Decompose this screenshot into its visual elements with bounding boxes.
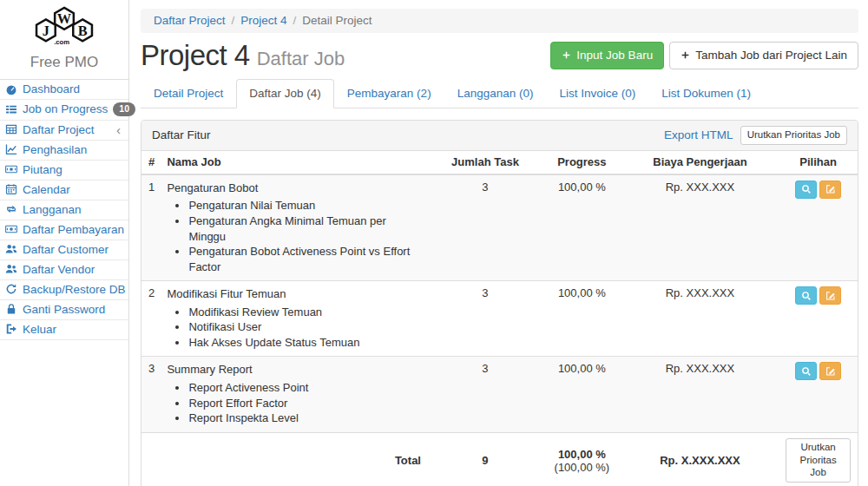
money-icon — [4, 223, 17, 235]
tab-detail-project[interactable]: Detail Project — [141, 79, 236, 108]
logo-letter-b: B — [78, 23, 88, 39]
edit-icon — [825, 366, 836, 377]
refresh-icon — [4, 283, 17, 295]
job-name: Pengaturan Bobot — [167, 181, 421, 196]
plus-icon — [681, 50, 690, 60]
sidebar-item-langganan[interactable]: Langganan — [0, 200, 128, 220]
subtask-list: Report Activeness PointReport Effort Fac… — [167, 380, 421, 426]
task-count: 3 — [428, 357, 542, 432]
tab-list-invoice-0[interactable]: List Invoice (0) — [546, 79, 648, 108]
edit-job-button[interactable] — [819, 181, 841, 199]
cost-value: Rp. XXX.XXX — [621, 357, 779, 432]
job-cell: Modifikasi Fitur Temuan Modifikasi Revie… — [160, 281, 428, 357]
sidebar-item-label: Daftar Vendor — [23, 263, 95, 276]
button-label: Input Job Baru — [576, 48, 653, 63]
panel-title: Daftar Fitur — [152, 128, 211, 141]
sidebar-item-label: Daftar Project — [23, 123, 95, 136]
sidebar-item-label: Dashboard — [23, 82, 80, 95]
task-count: 3 — [428, 174, 542, 281]
job-name: Summary Report — [167, 362, 421, 378]
row-number: 1 — [141, 174, 160, 281]
actions-cell — [779, 174, 858, 281]
edit-job-button[interactable] — [819, 286, 841, 305]
total-label: Total — [160, 432, 428, 486]
brand-name: Free PMO — [0, 51, 128, 80]
logo-letter-w: W — [57, 10, 72, 27]
sidebar-item-label: Langganan — [23, 203, 82, 216]
sidebar-item-penghasilan[interactable]: Penghasilan — [0, 141, 128, 161]
main-content: Daftar Project/Project 4/Detail Project … — [129, 0, 868, 486]
urutkan-prioritas-job-button[interactable]: Urutkan Prioritas Job — [786, 438, 851, 483]
input-job-baru-button[interactable]: Input Job Baru — [550, 42, 664, 69]
search-icon — [801, 184, 812, 194]
sidebar-item-daftar-vendor[interactable]: Daftar Vendor — [0, 260, 128, 280]
column-header-biaya-pengerjaan: Biaya Pengerjaan — [621, 151, 779, 174]
tab-langganan-0[interactable]: Langganan (0) — [444, 79, 547, 108]
panel-heading: Daftar Fitur Export HTML Urutkan Priorit… — [141, 121, 858, 151]
chevron-left-icon: ‹ — [116, 123, 122, 136]
subtask: Pengaturan Bobot Activeness Point vs Eff… — [188, 244, 421, 274]
subtask-list: Modifikasi Review TemuanNotifikasi UserH… — [167, 305, 421, 351]
page-title: Project 4 — [141, 39, 250, 72]
tab-daftar-job-4[interactable]: Daftar Job (4) — [236, 79, 334, 108]
tambah-job-dari-project-lain-button[interactable]: Tambah Job dari Project Lain — [669, 42, 858, 69]
actions-cell — [779, 357, 858, 432]
breadcrumb: Daftar Project/Project 4/Detail Project — [141, 9, 858, 33]
table-row: 1 Pengaturan Bobot Pengaturan Nilai Temu… — [141, 174, 858, 281]
chart-icon — [4, 143, 17, 155]
breadcrumb-separator: / — [232, 14, 235, 27]
progress-value: 100,00 % — [542, 174, 621, 281]
tab-list-dokumen-1[interactable]: List Dokumen (1) — [648, 79, 764, 108]
actions-cell — [779, 281, 858, 357]
table-icon — [4, 123, 17, 135]
sidebar-item-daftar-customer[interactable]: Daftar Customer — [0, 240, 128, 260]
money-icon — [4, 163, 17, 175]
jwb-logo: W J B .com — [0, 0, 128, 51]
breadcrumb-item-detail-project: Detail Project — [302, 14, 372, 27]
sidebar-item-keluar[interactable]: Keluar — [0, 320, 128, 340]
plus-icon — [562, 50, 571, 60]
sidebar-item-ganti-password[interactable]: Ganti Password — [0, 300, 128, 320]
breadcrumb-item-daftar-project[interactable]: Daftar Project — [154, 14, 226, 27]
view-job-button[interactable] — [795, 362, 817, 380]
sidebar-item-piutang[interactable]: Piutang — [0, 161, 128, 181]
signout-icon — [4, 323, 17, 335]
sidebar-item-label: Daftar Pembayaran — [23, 223, 124, 236]
sidebar-item-backup-restore-db[interactable]: Backup/Restore DB — [0, 280, 128, 300]
breadcrumb-item-project-4[interactable]: Project 4 — [240, 14, 286, 27]
page-subtitle: Daftar Job — [257, 48, 345, 70]
sidebar-item-label: Piutang — [23, 163, 62, 176]
sidebar-item-dashboard[interactable]: Dashboard — [0, 80, 128, 100]
job-cell: Summary Report Report Activeness PointRe… — [160, 357, 428, 432]
tab-pembayaran-2[interactable]: Pembayaran (2) — [334, 79, 444, 108]
breadcrumb-separator: / — [293, 14, 297, 27]
urutkan-prioritas-job-button[interactable]: Urutkan Prioritas Job — [740, 126, 847, 145]
subtask-list: Pengaturan Nilai TemuanPengaturan Angka … — [167, 198, 421, 274]
column-header-no: # — [141, 151, 160, 174]
users-icon — [4, 263, 17, 275]
subtask: Hak Akses Update Status Temuan — [188, 335, 421, 351]
sidebar-item-label: Penghasilan — [23, 143, 87, 156]
subtask: Pengaturan Angka Minimal Temuan per Ming… — [188, 213, 421, 244]
total-progress: 100,00 % (100,00 %) — [542, 432, 621, 486]
view-job-button[interactable] — [795, 286, 817, 305]
empty-cell — [141, 432, 160, 486]
sidebar-item-daftar-pembayaran[interactable]: Daftar Pembayaran — [0, 220, 128, 240]
subtask: Report Inspekta Level — [188, 410, 421, 426]
tab-bar: Detail ProjectDaftar Job (4)Pembayaran (… — [141, 79, 858, 108]
calendar-icon — [4, 183, 17, 195]
sidebar-item-job-on-progress[interactable]: Job on Progress 10 — [0, 100, 128, 121]
column-header-jumlah-task: Jumlah Task — [428, 151, 542, 174]
list-icon — [4, 103, 17, 115]
row-number: 2 — [141, 281, 160, 357]
table-row: 2 Modifikasi Fitur Temuan Modifikasi Rev… — [141, 281, 858, 357]
export-html-link[interactable]: Export HTML — [664, 128, 733, 141]
retweet-icon — [4, 203, 17, 215]
app-window: W J B .com Free PMO Dashboard Job on Pro… — [0, 0, 868, 486]
page-header: Project 4 Daftar Job Input Job Baru Tamb… — [141, 39, 858, 72]
sidebar-item-daftar-project[interactable]: Daftar Project ‹ — [0, 121, 128, 141]
edit-job-button[interactable] — [819, 362, 841, 380]
search-icon — [801, 291, 812, 301]
sidebar-item-calendar[interactable]: Calendar — [0, 181, 128, 200]
view-job-button[interactable] — [795, 181, 817, 199]
